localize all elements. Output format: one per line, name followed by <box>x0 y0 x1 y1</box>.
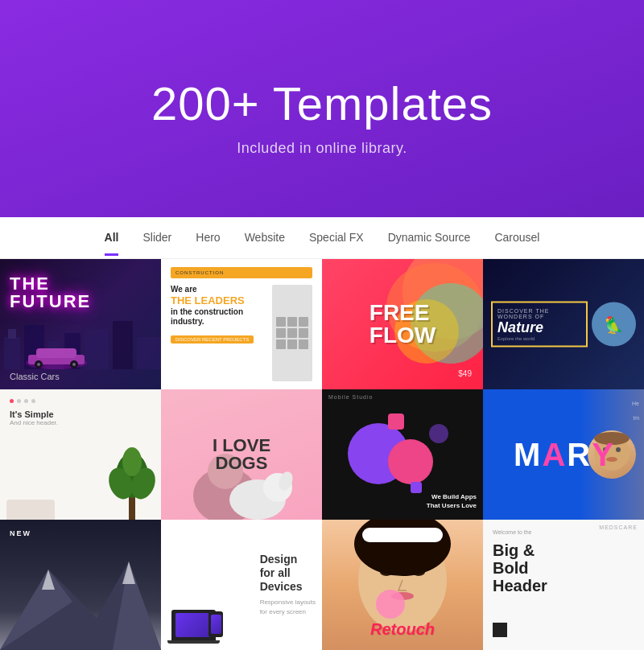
svg-rect-18 <box>129 496 135 520</box>
dogs-title: I LOVEDOGS <box>213 437 270 472</box>
nature-box: Discover the Wonders of Nature Explore t… <box>491 302 588 348</box>
mary-letter-y: Y <box>592 438 613 471</box>
template-card-free-flow[interactable]: FREEFLOW $49 <box>322 259 483 389</box>
classic-cars-label: Classic Cars <box>10 372 60 381</box>
svg-rect-1 <box>8 329 16 339</box>
svg-rect-31 <box>411 482 422 493</box>
svg-rect-5 <box>85 329 109 369</box>
mobile-content: We Build AppsThat Users Love <box>322 389 483 520</box>
template-card-mountain[interactable]: NEW <box>0 520 161 650</box>
phone-screen <box>211 615 221 634</box>
hero-title: 200+ Templates <box>151 76 493 130</box>
template-card-simple[interactable]: It's Simple And nice header. <box>0 389 161 520</box>
retouch-text: Retouch <box>370 620 435 639</box>
svg-point-48 <box>376 590 405 619</box>
neon-text: THEFUTURE <box>10 275 91 311</box>
svg-point-29 <box>388 439 433 484</box>
template-card-mary[interactable]: M A R Y HeIm <box>483 389 644 520</box>
laptop-base <box>167 640 220 644</box>
mobile-text-area: We Build AppsThat Users Love <box>427 493 477 510</box>
template-grid-row2: It's Simple And nice header. I LOVEDOGS <box>0 389 644 520</box>
plant-svg <box>105 431 161 520</box>
mary-overlay-text: HeIm <box>632 401 639 421</box>
filter-bar: All Slider Hero Website Special FX Dynam… <box>0 217 644 259</box>
filter-tab-slider[interactable]: Slider <box>142 220 171 256</box>
filter-tab-website[interactable]: Website <box>245 220 285 256</box>
filter-tab-dynamic-source[interactable]: Dynamic Source <box>388 220 471 256</box>
big-bold-square <box>493 623 507 637</box>
svg-point-22 <box>122 447 142 476</box>
phone-shape <box>208 611 223 637</box>
mountain-svg <box>0 553 161 650</box>
svg-point-32 <box>429 424 448 443</box>
template-card-retouch[interactable]: Retouch <box>322 520 483 650</box>
filter-tab-carousel[interactable]: Carousel <box>494 220 539 256</box>
svg-point-14 <box>72 363 76 366</box>
svg-rect-30 <box>388 413 404 430</box>
mary-text-overlay: HeIm <box>632 394 639 423</box>
svg-rect-6 <box>113 321 133 369</box>
mary-letters: M A R Y <box>514 438 613 471</box>
svg-rect-49 <box>362 528 443 542</box>
nature-title: Nature <box>497 319 581 336</box>
svg-point-12 <box>37 363 40 366</box>
medscare-label: MEDSCARE <box>599 525 638 530</box>
devices-sub: Responsive layoutsfor every screen <box>260 598 316 617</box>
nature-bird: 🦜 <box>592 302 636 347</box>
mary-letter-r: R <box>567 438 590 471</box>
devices-text: Designfor allDevices Responsive layoutsf… <box>260 553 316 617</box>
template-card-big-bold[interactable]: Welcome to the Big &BoldHeader MEDSCARE <box>483 520 644 650</box>
filter-tab-all[interactable]: All <box>105 220 119 256</box>
template-card-classic-cars[interactable]: THEFUTURE Classic Cars <box>0 259 161 389</box>
svg-rect-0 <box>4 337 20 369</box>
template-card-devices[interactable]: Designfor allDevices Responsive layoutsf… <box>161 520 322 650</box>
mobile-we-build: We Build AppsThat Users Love <box>427 493 477 510</box>
template-grid: THEFUTURE Classic Cars CONSTRUCTION <box>0 259 644 389</box>
hero-section: 200+ Templates Included in online librar… <box>0 0 644 217</box>
template-card-nature[interactable]: Discover the Wonders of Nature Explore t… <box>483 259 644 389</box>
hero-subtitle: Included in online library. <box>237 140 407 157</box>
svg-rect-7 <box>137 337 161 369</box>
filter-tab-special-fx[interactable]: Special FX <box>309 220 364 256</box>
svg-point-35 <box>616 447 621 452</box>
filter-tab-hero[interactable]: Hero <box>196 220 220 256</box>
devices-design: Designfor allDevices <box>260 553 316 593</box>
table-shape <box>6 500 55 520</box>
template-card-dogs[interactable]: I LOVEDOGS <box>161 389 322 520</box>
mary-letter-m: M <box>514 438 540 471</box>
free-flow-price: $49 <box>458 369 472 378</box>
template-card-mobile-studio[interactable]: Mobile Studio We Build AppsThat Users Lo… <box>322 389 483 520</box>
template-card-construction[interactable]: CONSTRUCTION We areTHE LEADERSin the con… <box>161 259 322 389</box>
nature-sub: Explore the world <box>497 336 581 341</box>
template-grid-row3: NEW Designfor allDevices Responsi <box>0 520 644 650</box>
svg-rect-10 <box>36 348 76 358</box>
mary-letter-a: A <box>542 438 565 471</box>
city-svg <box>0 313 161 369</box>
nature-discover: Discover the Wonders of <box>497 308 581 319</box>
phone-device <box>205 611 223 640</box>
free-flow-text: FREEFLOW <box>369 302 436 347</box>
